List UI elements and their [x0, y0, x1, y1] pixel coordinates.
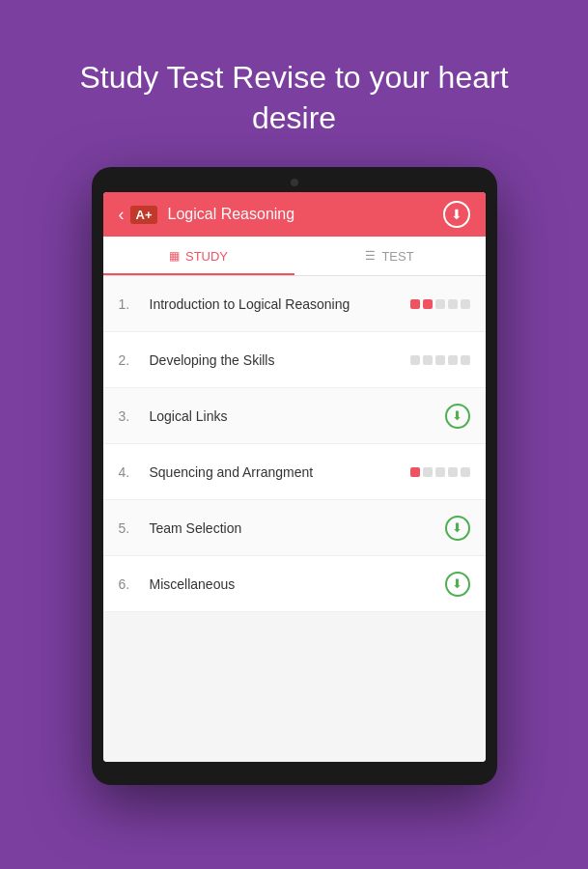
dot: [461, 355, 470, 365]
download-icon[interactable]: ⬇: [445, 572, 470, 597]
test-tab-icon: ☰: [365, 249, 376, 263]
device-camera: [291, 179, 298, 186]
item-label: Squencing and Arrangment: [150, 464, 410, 480]
app-header-title: Logical Reasoning: [167, 206, 442, 223]
item-number: 6.: [119, 576, 142, 592]
progress-indicator: [410, 355, 470, 365]
item-number: 3.: [119, 408, 142, 424]
download-icon[interactable]: ⬇: [445, 404, 470, 429]
dot: [410, 299, 420, 309]
item-number: 2.: [119, 352, 142, 368]
app-logo: A+: [130, 206, 158, 224]
dot: [435, 467, 445, 477]
study-tab-label: STUDY: [185, 249, 228, 264]
item-label: Logical Links: [150, 408, 445, 424]
dot: [461, 299, 470, 309]
list-item[interactable]: 5. Team Selection ⬇: [103, 500, 486, 556]
dot: [448, 355, 458, 365]
dot: [423, 467, 433, 477]
header-download-button[interactable]: ⬇: [443, 201, 470, 228]
item-number: 1.: [119, 296, 142, 312]
items-list: 1. Introduction to Logical Reasoning 2. …: [103, 276, 486, 762]
progress-indicator: [410, 467, 470, 477]
item-label: Introduction to Logical Reasoning: [150, 296, 410, 312]
device-frame: ‹ A+ Logical Reasoning ⬇ ▦ STUDY ☰ TEST …: [92, 167, 497, 785]
download-icon[interactable]: ⬇: [445, 516, 470, 541]
app-header: ‹ A+ Logical Reasoning ⬇: [103, 192, 486, 237]
dot: [410, 355, 420, 365]
item-number: 5.: [119, 520, 142, 536]
list-item[interactable]: 3. Logical Links ⬇: [103, 388, 486, 444]
hero-title: Study Test Revise to your heart desire: [0, 58, 588, 138]
list-item[interactable]: 1. Introduction to Logical Reasoning: [103, 276, 486, 332]
dot: [435, 299, 445, 309]
item-label: Miscellaneous: [150, 576, 445, 592]
dot: [448, 299, 458, 309]
tab-bar: ▦ STUDY ☰ TEST: [103, 237, 486, 276]
back-arrow-icon[interactable]: ‹: [119, 205, 125, 225]
item-label: Developing the Skills: [150, 352, 410, 368]
device-screen: ‹ A+ Logical Reasoning ⬇ ▦ STUDY ☰ TEST …: [103, 192, 486, 762]
list-item[interactable]: 4. Squencing and Arrangment: [103, 444, 486, 500]
dot: [423, 299, 433, 309]
list-item[interactable]: 2. Developing the Skills: [103, 332, 486, 388]
item-number: 4.: [119, 464, 142, 480]
dot: [423, 355, 433, 365]
dot: [435, 355, 445, 365]
dot: [410, 467, 420, 477]
list-item[interactable]: 6. Miscellaneous ⬇: [103, 556, 486, 612]
item-label: Team Selection: [150, 520, 445, 536]
dot: [461, 467, 470, 477]
tab-study[interactable]: ▦ STUDY: [103, 237, 294, 275]
study-tab-icon: ▦: [169, 249, 180, 263]
progress-indicator: [410, 299, 470, 309]
dot: [448, 467, 458, 477]
test-tab-label: TEST: [381, 249, 413, 264]
tab-test[interactable]: ☰ TEST: [294, 237, 486, 275]
